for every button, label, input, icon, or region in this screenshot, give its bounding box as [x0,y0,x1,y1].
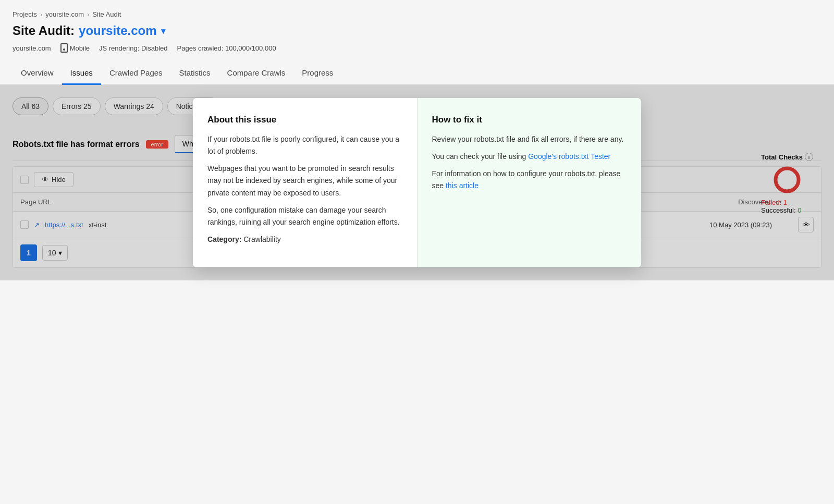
tab-compare-crawls[interactable]: Compare Crawls [219,62,294,85]
modal-fix-para-3: For information on how to configure your… [432,168,627,192]
site-link[interactable]: yoursite.com [79,23,156,38]
category-value: Crawlability [243,235,281,243]
breadcrumb-projects[interactable]: Projects [13,10,37,18]
breadcrumb-audit: Site Audit [92,10,121,18]
tab-overview[interactable]: Overview [13,62,62,85]
modal-fix-title: How to fix it [432,115,627,125]
modal-para-3: So, one configuration mistake can damage… [207,204,402,228]
modal-category: Category: Crawlability [207,233,402,245]
tab-issues[interactable]: Issues [62,62,101,85]
this-article-link[interactable]: this article [446,181,479,190]
modal-fix-para-1: Review your robots.txt file and fix all … [432,133,627,145]
modal-overlay[interactable]: About this issue If your robots.txt file… [0,85,834,280]
mobile-icon [60,43,68,53]
tab-statistics[interactable]: Statistics [171,62,219,85]
content-area: All 63 Errors 25 Warnings 24 Notices 14 … [0,85,834,280]
modal-about-title: About this issue [207,115,402,125]
modal-about-body: If your robots.txt file is poorly config… [207,133,402,245]
meta-js: JS rendering: Disabled [99,44,168,52]
chevron-down-icon[interactable]: ▾ [161,26,165,36]
modal-fix-body: Review your robots.txt file and fix all … [432,133,627,192]
modal-right-panel: How to fix it Review your robots.txt fil… [418,98,642,267]
meta-pages: Pages crawled: 100,000/100,000 [177,44,276,52]
google-tester-link[interactable]: Google's robots.txt Tester [528,152,610,161]
header: Projects › yoursite.com › Site Audit Sit… [0,0,834,53]
modal: About this issue If your robots.txt file… [193,98,641,267]
tab-crawled-pages[interactable]: Crawled Pages [101,62,171,85]
modal-left-panel: About this issue If your robots.txt file… [193,98,418,267]
modal-para-2: Webpages that you want to be promoted in… [207,163,402,199]
modal-para-1: If your robots.txt file is poorly config… [207,133,402,157]
meta-info: yoursite.com Mobile JS rendering: Disabl… [13,43,821,53]
meta-mobile: Mobile [60,43,90,53]
breadcrumb: Projects › yoursite.com › Site Audit [13,10,821,18]
nav-tabs: Overview Issues Crawled Pages Statistics… [0,62,834,85]
meta-site: yoursite.com [13,44,51,52]
page-title: Site Audit: yoursite.com ▾ [13,23,821,38]
category-label: Category: [207,235,241,243]
breadcrumb-sep2: › [87,10,89,18]
title-prefix: Site Audit: [13,23,75,38]
mobile-label: Mobile [70,44,90,52]
breadcrumb-sep1: › [40,10,42,18]
tab-progress[interactable]: Progress [293,62,341,85]
page-wrapper: Projects › yoursite.com › Site Audit Sit… [0,0,834,504]
modal-fix-para-2: You can check your file using Google's r… [432,151,627,163]
breadcrumb-site[interactable]: yoursite.com [45,10,84,18]
